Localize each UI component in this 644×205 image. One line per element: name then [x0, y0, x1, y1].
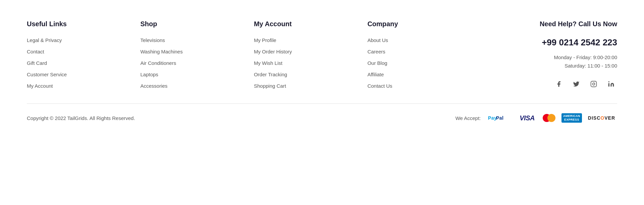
useful-links-column: Useful Links Legal & Privacy Contact Gif…: [27, 20, 140, 90]
affiliate-link[interactable]: Affiliate: [367, 72, 384, 77]
list-item: Careers: [367, 49, 481, 55]
shopping-cart-link[interactable]: Shopping Cart: [254, 83, 286, 89]
list-item: Accessories: [140, 83, 254, 89]
my-account-column: My Account My Profile My Order History M…: [254, 20, 367, 90]
order-tracking-link[interactable]: Order Tracking: [254, 72, 287, 77]
help-phone: +99 0214 2542 223: [481, 37, 617, 48]
contact-us-link[interactable]: Contact Us: [367, 83, 392, 89]
svg-text:Pay: Pay: [488, 115, 497, 121]
amex-badge: AMERICANEXPRESS: [561, 113, 582, 123]
gift-card-link[interactable]: Gift Card: [27, 60, 47, 66]
my-account-title: My Account: [254, 20, 367, 28]
accessories-link[interactable]: Accessories: [140, 83, 167, 89]
help-hours-saturday: Saturday: 11:00 - 15:00: [481, 63, 617, 69]
my-account-links-list: My Profile My Order History My Wish List…: [254, 37, 367, 89]
careers-link[interactable]: Careers: [367, 49, 385, 54]
useful-links-title: Useful Links: [27, 20, 140, 28]
washing-machines-link[interactable]: Washing Machines: [140, 49, 182, 54]
list-item: Air Conditioners: [140, 60, 254, 66]
list-item: Affiliate: [367, 72, 481, 78]
my-wish-list-link[interactable]: My Wish List: [254, 60, 282, 66]
mastercard-badge: [541, 113, 557, 123]
shop-column: Shop Televisions Washing Machines Air Co…: [140, 20, 254, 90]
customer-service-link[interactable]: Customer Service: [27, 72, 67, 77]
help-hours-weekday: Monday - Friday: 9:00-20:00: [481, 54, 617, 60]
list-item: Gift Card: [27, 60, 140, 66]
list-item: Shopping Cart: [254, 83, 367, 89]
my-profile-link[interactable]: My Profile: [254, 37, 276, 43]
shop-title: Shop: [140, 20, 254, 28]
company-column: Company About Us Careers Our Blog Affili…: [367, 20, 481, 90]
visa-badge: VISA: [518, 113, 537, 123]
list-item: My Order History: [254, 49, 367, 55]
svg-rect-0: [591, 81, 597, 87]
list-item: Contact Us: [367, 83, 481, 89]
copyright-text: Copyright © 2022 TailGrids. All Rights R…: [27, 115, 135, 121]
we-accept-label: We Accept:: [455, 115, 481, 121]
list-item: Order Tracking: [254, 72, 367, 78]
my-account-link[interactable]: My Account: [27, 83, 53, 89]
useful-links-list: Legal & Privacy Contact Gift Card Custom…: [27, 37, 140, 89]
footer-bottom: Copyright © 2022 TailGrids. All Rights R…: [0, 104, 644, 132]
discover-badge: DISCOVER: [586, 113, 617, 123]
shop-links-list: Televisions Washing Machines Air Conditi…: [140, 37, 254, 89]
list-item: Televisions: [140, 37, 254, 43]
list-item: My Wish List: [254, 60, 367, 66]
laptops-link[interactable]: Laptops: [140, 72, 158, 77]
list-item: My Account: [27, 83, 140, 89]
social-icons-container: [481, 78, 617, 90]
our-blog-link[interactable]: Our Blog: [367, 60, 387, 66]
air-conditioners-link[interactable]: Air Conditioners: [140, 60, 176, 66]
twitter-icon[interactable]: [570, 78, 582, 90]
paypal-badge: Pay Pal: [486, 113, 514, 123]
svg-text:Pal: Pal: [496, 115, 504, 121]
contact-link[interactable]: Contact: [27, 49, 44, 54]
footer-columns: Useful Links Legal & Privacy Contact Gif…: [0, 0, 644, 104]
list-item: Laptops: [140, 72, 254, 78]
about-us-link[interactable]: About Us: [367, 37, 388, 43]
svg-point-2: [608, 81, 609, 82]
legal-privacy-link[interactable]: Legal & Privacy: [27, 37, 62, 43]
company-links-list: About Us Careers Our Blog Affiliate Cont…: [367, 37, 481, 89]
help-column: Need Help? Call Us Now +99 0214 2542 223…: [481, 20, 617, 90]
company-title: Company: [367, 20, 481, 28]
list-item: Our Blog: [367, 60, 481, 66]
list-item: Washing Machines: [140, 49, 254, 55]
help-title: Need Help? Call Us Now: [481, 20, 617, 28]
televisions-link[interactable]: Televisions: [140, 37, 165, 43]
my-order-history-link[interactable]: My Order History: [254, 49, 292, 54]
list-item: Legal & Privacy: [27, 37, 140, 43]
facebook-icon[interactable]: [553, 78, 565, 90]
instagram-icon[interactable]: [588, 78, 600, 90]
list-item: Contact: [27, 49, 140, 55]
list-item: About Us: [367, 37, 481, 43]
linkedin-icon[interactable]: [605, 78, 617, 90]
list-item: My Profile: [254, 37, 367, 43]
list-item: Customer Service: [27, 72, 140, 78]
payment-section: We Accept: Pay Pal VISA AMERICANEXPRESS: [455, 113, 617, 123]
